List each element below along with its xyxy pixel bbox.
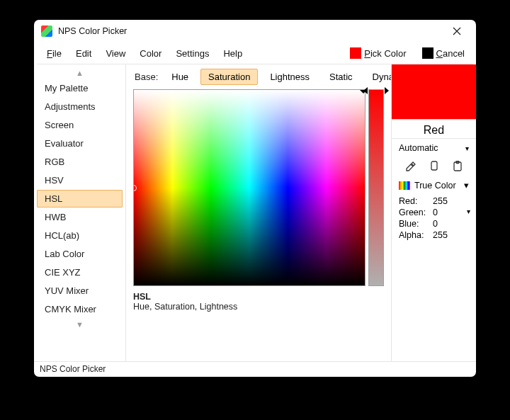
color-field[interactable] — [133, 89, 366, 286]
status-bar: NPS Color Picker — [34, 361, 476, 377]
tab-static[interactable]: Static — [322, 69, 361, 85]
pick-swatch-icon — [350, 47, 361, 59]
tab-saturation[interactable]: Saturation — [200, 69, 258, 85]
channel-label-alpha: Alpha: — [399, 230, 433, 240]
window-close-button[interactable] — [442, 21, 472, 41]
sidebar: ▲ My PaletteAdjustmentsScreenEvaluatorRG… — [34, 64, 126, 361]
channel-label-blue: Blue: — [399, 219, 433, 229]
color-preview — [392, 64, 476, 120]
sidebar-item-my-palette[interactable]: My Palette — [37, 79, 123, 97]
desc-text: Hue, Saturation, Lightness — [133, 302, 384, 312]
titlebar: NPS Color Picker — [34, 20, 476, 42]
menu-file[interactable]: File — [41, 45, 67, 62]
menubar: File Edit View Color Settings Help Pick … — [34, 42, 476, 64]
sidebar-item-hsv[interactable]: HSV — [37, 171, 123, 189]
desc-heading: HSL — [133, 292, 384, 302]
tab-lightness[interactable]: Lightness — [262, 69, 317, 85]
channel-value-green: 0 — [433, 208, 469, 217]
app-icon — [41, 25, 52, 37]
channel-label-green: Green: — [399, 208, 433, 217]
sidebar-scroll-up[interactable]: ▲ — [34, 67, 125, 79]
menu-view[interactable]: View — [100, 45, 131, 62]
svg-rect-0 — [431, 161, 437, 170]
sidebar-item-cmyk-mixer[interactable]: CMYK Mixer — [37, 300, 123, 318]
icon-toolbar — [399, 159, 469, 174]
status-text: NPS Color Picker — [40, 364, 106, 374]
copy-icon[interactable] — [428, 160, 441, 173]
menu-help[interactable]: Help — [217, 45, 248, 62]
sidebar-item-hcl-ab-[interactable]: HCL(ab) — [37, 227, 123, 244]
channel-value-red: 255 — [433, 196, 469, 206]
base-tabs: Base: HueSaturationLightnessStaticDynami… — [133, 67, 384, 89]
base-label: Base: — [135, 72, 158, 82]
channel-label-red: Red: — [399, 196, 433, 206]
channel-value-alpha: 255 — [433, 230, 469, 240]
chevron-down-icon: ▾ — [465, 144, 469, 152]
sidebar-item-hsl[interactable]: HSL — [37, 190, 123, 208]
mode-description: HSL Hue, Saturation, Lightness — [133, 286, 384, 312]
spectrum-icon — [399, 181, 410, 190]
app-window: NPS Color Picker File Edit View Color Se… — [34, 20, 476, 377]
center-panel: Base: HueSaturationLightnessStaticDynami… — [126, 64, 391, 361]
pick-color-button[interactable]: Pick Color — [346, 46, 410, 60]
close-icon — [453, 27, 461, 35]
tab-hue[interactable]: Hue — [164, 69, 196, 85]
chevron-down-icon: ▾ — [467, 208, 470, 215]
eyedropper-icon[interactable] — [404, 160, 417, 173]
right-panel: Red Automatic▾ True Color ▾ ▾ Red:255G — [391, 64, 476, 361]
sidebar-item-lab-color[interactable]: Lab Color — [37, 245, 123, 263]
sidebar-item-rgb[interactable]: RGB — [37, 153, 123, 171]
cancel-swatch-icon — [422, 47, 434, 59]
mode-dropdown[interactable]: Automatic▾ — [399, 143, 469, 153]
sidebar-item-evaluator[interactable]: Evaluator — [37, 135, 123, 152]
sidebar-item-adjustments[interactable]: Adjustments — [37, 98, 123, 115]
menu-settings[interactable]: Settings — [170, 45, 215, 62]
menu-color[interactable]: Color — [134, 45, 167, 62]
color-name: Red — [392, 120, 476, 139]
window-title: NPS Color Picker — [58, 26, 127, 36]
channel-readout[interactable]: ▾ Red:255Green:0Blue:0Alpha:255 — [399, 196, 469, 240]
sidebar-item-cie-xyz[interactable]: CIE XYZ — [37, 263, 123, 281]
slider-marker-left — [363, 87, 368, 94]
sidebar-item-screen[interactable]: Screen — [37, 116, 123, 134]
chevron-down-icon: ▾ — [464, 180, 469, 191]
cancel-button[interactable]: Cancel — [418, 46, 469, 60]
sidebar-item-yuv-mixer[interactable]: YUV Mixer — [37, 282, 123, 300]
body: ▲ My PaletteAdjustmentsScreenEvaluatorRG… — [34, 64, 476, 361]
channel-value-blue: 0 — [433, 219, 469, 229]
sidebar-scroll-down[interactable]: ▼ — [34, 319, 125, 330]
paste-icon[interactable] — [451, 160, 464, 173]
sidebar-item-hwb[interactable]: HWB — [37, 208, 123, 226]
slider-marker-right — [385, 87, 389, 94]
menu-edit[interactable]: Edit — [70, 45, 97, 62]
saturation-slider[interactable] — [368, 89, 384, 286]
true-color-dropdown[interactable]: True Color ▾ — [399, 180, 469, 191]
